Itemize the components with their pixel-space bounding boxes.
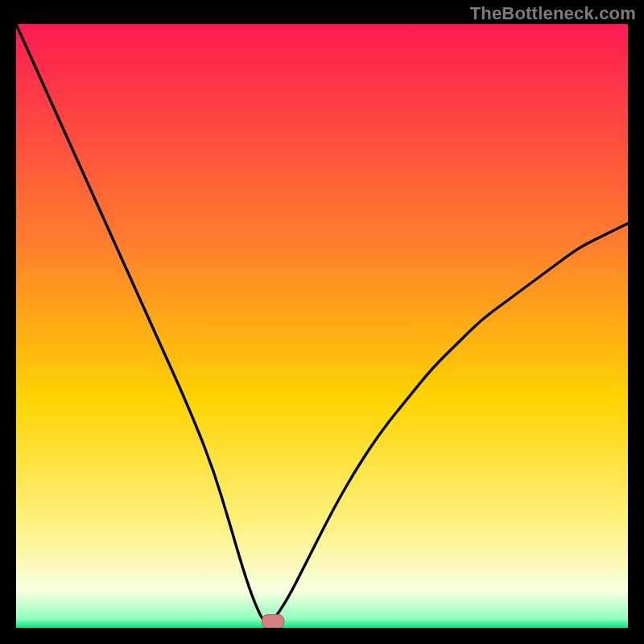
plot-area bbox=[16, 24, 628, 628]
gradient-background bbox=[16, 24, 628, 628]
chart-frame: TheBottleneck.com bbox=[0, 0, 644, 644]
bottleneck-chart bbox=[16, 24, 628, 628]
watermark-text: TheBottleneck.com bbox=[470, 3, 636, 24]
optimum-marker bbox=[262, 615, 284, 629]
